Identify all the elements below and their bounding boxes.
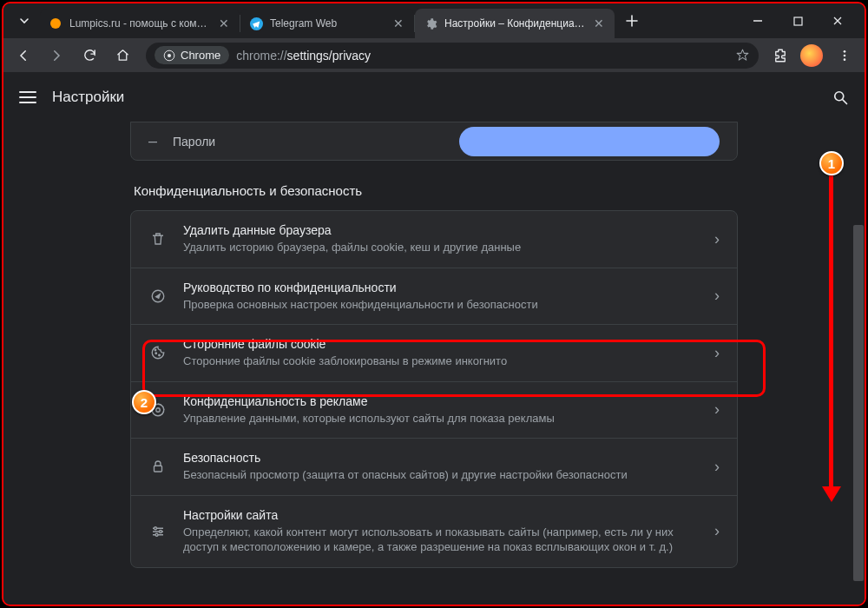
row-site-settings[interactable]: Настройки сайта Определяют, какой контен… — [131, 495, 737, 567]
bookmark-star-icon[interactable] — [735, 48, 750, 63]
favicon-lumpics — [49, 17, 62, 30]
chevron-right-icon: › — [714, 400, 720, 419]
menu-button[interactable] — [830, 41, 859, 70]
sliders-icon — [148, 524, 168, 539]
chevron-right-icon: › — [714, 344, 720, 362]
extensions-button[interactable] — [767, 48, 793, 63]
section-title: Конфиденциальность и безопасность — [134, 183, 738, 198]
chevron-right-icon: › — [714, 230, 720, 248]
row-clear-data[interactable]: Удалить данные браузера Удалить историю … — [131, 211, 737, 268]
tab-title: Lumpics.ru - помощь с компью — [69, 17, 210, 30]
annotation-badge-1: 1 — [819, 151, 844, 175]
row-subtitle: Определяют, какой контент могут использо… — [183, 525, 699, 555]
svg-point-6 — [844, 58, 846, 61]
close-icon[interactable]: ✕ — [592, 17, 606, 30]
annotation-arrow-line — [829, 175, 833, 488]
window-controls — [738, 3, 858, 38]
tab-telegram[interactable]: Telegram Web ✕ — [240, 9, 414, 38]
maximize-button[interactable] — [778, 3, 818, 38]
close-icon[interactable]: ✕ — [391, 17, 405, 30]
home-button[interactable] — [108, 41, 137, 70]
tab-lumpics[interactable]: Lumpics.ru - помощь с компью ✕ — [40, 9, 240, 38]
menu-icon[interactable] — [19, 89, 36, 106]
cookie-icon — [148, 345, 168, 360]
row-title: Безопасность — [183, 451, 699, 465]
chip-label: Chrome — [181, 49, 220, 62]
new-tab-button[interactable] — [620, 9, 644, 33]
search-settings-button[interactable] — [832, 89, 849, 106]
row-subtitle: Безопасный просмотр (защита от опасных с… — [183, 467, 699, 483]
svg-point-9 — [155, 353, 157, 354]
close-icon[interactable]: ✕ — [217, 17, 231, 30]
url-text: chrome://settings/privacy — [236, 49, 371, 63]
back-button[interactable] — [9, 41, 38, 70]
trash-icon — [148, 231, 168, 247]
passwords-label: Пароли — [173, 135, 215, 149]
row-privacy-guide[interactable]: Руководство по конфиденциальности Провер… — [131, 268, 737, 325]
forward-button[interactable] — [42, 41, 71, 70]
lock-icon — [148, 459, 168, 474]
svg-point-16 — [160, 530, 162, 532]
privacy-list: Удалить данные браузера Удалить историю … — [130, 210, 738, 568]
annotation-badge-2: 2 — [132, 390, 156, 414]
scrollbar-thumb[interactable] — [853, 225, 864, 581]
gear-icon — [424, 17, 437, 30]
svg-point-13 — [156, 408, 161, 413]
svg-rect-1 — [794, 17, 802, 25]
row-third-party-cookies[interactable]: Сторонние файлы cookie Сторонние файлы c… — [131, 324, 737, 381]
passwords-card[interactable]: – Пароли — [130, 122, 738, 161]
browser-toolbar: Chrome chrome://settings/privacy — [3, 38, 865, 73]
row-title: Руководство по конфиденциальности — [183, 281, 699, 294]
settings-header: Настройки — [3, 73, 865, 122]
row-title: Конфиденциальность в рекламе — [183, 394, 699, 408]
row-subtitle: Управление данными, которые используют с… — [183, 411, 699, 426]
svg-point-10 — [159, 355, 161, 357]
page-title: Настройки — [52, 89, 124, 106]
collapse-icon: – — [148, 132, 157, 150]
settings-page: Настройки – Пароли Конфиденциальность и … — [3, 73, 865, 605]
tab-title: Настройки – Конфиденциаль — [444, 17, 585, 30]
close-window-button[interactable] — [818, 3, 858, 38]
row-subtitle: Проверка основных настроек конфиденциаль… — [183, 297, 699, 313]
svg-point-7 — [835, 92, 844, 101]
tab-strip: Lumpics.ru - помощь с компью ✕ Telegram … — [3, 3, 865, 38]
compass-icon — [148, 288, 168, 304]
svg-point-11 — [155, 350, 156, 352]
row-title: Настройки сайта — [183, 508, 699, 522]
row-title: Сторонние файлы cookie — [183, 337, 699, 351]
passwords-pill[interactable] — [459, 127, 720, 156]
minimize-button[interactable] — [738, 3, 778, 38]
svg-point-5 — [844, 54, 846, 56]
tabs-dropdown-button[interactable] — [12, 9, 36, 33]
annotation-arrow-head — [822, 486, 841, 502]
site-chip[interactable]: Chrome — [155, 46, 229, 64]
svg-point-4 — [844, 50, 846, 53]
profile-avatar[interactable] — [800, 44, 823, 67]
svg-point-15 — [155, 527, 157, 530]
chevron-right-icon: › — [714, 458, 720, 476]
row-ad-privacy[interactable]: Конфиденциальность в рекламе Управление … — [131, 381, 737, 439]
omnibox[interactable]: Chrome chrome://settings/privacy — [146, 43, 759, 69]
row-title: Удалить данные браузера — [183, 223, 699, 237]
svg-point-17 — [155, 533, 158, 536]
row-subtitle: Сторонние файлы cookie заблокированы в р… — [183, 354, 699, 369]
row-security[interactable]: Безопасность Безопасный просмотр (защита… — [131, 438, 737, 495]
favicon-telegram — [249, 17, 263, 30]
chevron-right-icon: › — [714, 522, 720, 540]
chevron-right-icon: › — [714, 287, 720, 305]
svg-point-3 — [168, 53, 171, 56]
svg-rect-14 — [155, 466, 162, 473]
tab-title: Telegram Web — [270, 17, 385, 30]
vertical-scrollbar[interactable] — [852, 73, 865, 603]
row-subtitle: Удалить историю браузера, файлы cookie, … — [183, 240, 699, 255]
tab-settings[interactable]: Настройки – Конфиденциаль ✕ — [415, 9, 615, 38]
reload-button[interactable] — [75, 41, 104, 70]
